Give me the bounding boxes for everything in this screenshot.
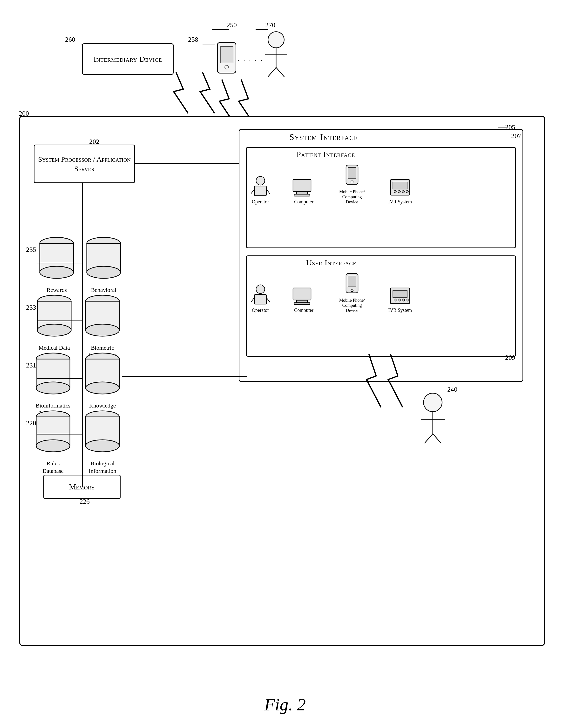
svg-point-17 [398, 190, 400, 193]
knowledge-to-interface-line [122, 376, 247, 377]
biological-db-cylinder: BiologicalInformationRepository [83, 410, 122, 483]
svg-line-7 [266, 189, 270, 194]
ref-270: 270 [265, 21, 275, 29]
svg-point-35 [406, 299, 408, 301]
patient-mobile-item: Mobile Phone/ Computing Device [338, 164, 366, 204]
rules-db-cylinder: RulesDatabase [34, 410, 72, 475]
svg-line-62 [424, 434, 433, 444]
patient-operator-label: Operator [252, 199, 269, 204]
svg-point-32 [394, 299, 396, 301]
svg-line-23 [266, 297, 270, 302]
patient-interface-title: Patient Interface [297, 150, 355, 159]
svg-rect-9 [297, 192, 307, 194]
svg-point-59 [85, 440, 119, 452]
svg-line-3 [276, 67, 285, 77]
system-interface-title: System Interface [289, 132, 358, 142]
rewards-db-svg [37, 236, 76, 284]
processor-label: System Processor / Application Server [34, 154, 134, 173]
ref-226: 226 [79, 498, 90, 505]
patient-operator-svg [251, 176, 270, 198]
arrow-205 [498, 127, 508, 127]
svg-rect-31 [393, 290, 407, 297]
svg-line-6 [251, 189, 254, 194]
h-line-row4 [37, 434, 82, 435]
user-ivr-svg [389, 287, 411, 306]
patient-computer-svg [292, 178, 316, 198]
user-operator-label: Operator [252, 307, 269, 313]
person-270-head [268, 31, 285, 48]
user-mobile-item: Mobile Phone/ Computing Device [338, 272, 366, 313]
arrow-250 [212, 29, 229, 30]
ref-207: 207 [511, 132, 521, 140]
patient-ivr-label: IVR System [388, 199, 412, 204]
medical-db-svg [35, 294, 73, 342]
svg-rect-25 [297, 300, 307, 303]
proc-down-vert [82, 183, 83, 193]
rules-db-label: RulesDatabase [34, 460, 72, 475]
person-270 [260, 31, 292, 77]
user-ivr-item: IVR System [388, 287, 412, 313]
svg-point-16 [394, 190, 396, 193]
knowledge-db-svg [83, 352, 122, 400]
ref-235: 235 [26, 246, 36, 253]
user-operator-item: Operator [251, 284, 270, 313]
bioinformatics-db-svg [34, 352, 72, 400]
h-line-row1 [37, 263, 82, 263]
patient-ivr-item: IVR System [388, 178, 412, 204]
knowledge-db-cylinder: KnowledgeBase [83, 352, 122, 417]
user-icons-row: Operator Computer Mobile Phone/ Computin… [251, 272, 412, 313]
svg-line-22 [251, 297, 254, 302]
biological-db-svg [83, 410, 122, 458]
patient-mobile-svg [344, 164, 360, 188]
user-computer-svg [292, 287, 316, 306]
ref-233: 233 [26, 303, 36, 311]
user-computer-label: Computer [294, 307, 313, 313]
svg-point-18 [402, 190, 404, 193]
svg-line-63 [433, 434, 441, 444]
processor-to-db-vert-line [82, 183, 83, 487]
svg-point-19 [406, 190, 408, 193]
svg-point-44 [37, 324, 71, 336]
mobile-screen [220, 46, 233, 63]
svg-rect-28 [348, 276, 356, 287]
svg-rect-10 [294, 194, 310, 196]
user-ivr-label: IVR System [388, 307, 412, 313]
patient-computer-label: Computer [294, 199, 313, 204]
svg-point-50 [36, 382, 70, 394]
user-interface-title: User Interface [306, 258, 356, 267]
user-computer-item: Computer [292, 287, 316, 313]
svg-point-53 [85, 382, 119, 394]
ref-258: 258 [188, 36, 198, 43]
svg-rect-8 [293, 179, 311, 191]
dotted-line-mobile-person: · · · · · [238, 57, 264, 64]
lightning-bottom [357, 352, 429, 412]
svg-point-33 [398, 299, 400, 301]
ref-202: 202 [89, 138, 99, 145]
processor-to-interface-line [135, 163, 244, 164]
patient-mobile-label: Mobile Phone/ Computing Device [338, 189, 366, 204]
svg-rect-26 [294, 303, 310, 304]
person-240-body-svg [415, 412, 451, 444]
intermediary-device-box: Intermediary Device [82, 43, 174, 75]
user-mobile-svg [344, 272, 360, 296]
ref-240: 240 [447, 386, 458, 393]
rewards-db-cylinder: Rewards Database [37, 236, 76, 301]
arrow-270 [256, 29, 268, 30]
patient-computer-item: Computer [292, 178, 316, 204]
svg-rect-24 [293, 288, 311, 300]
fig-caption: Fig. 2 [264, 695, 306, 715]
svg-point-56 [36, 440, 70, 452]
h-line-row2 [37, 320, 82, 321]
diagram: 260 Intermediary Device 258 250 270 · · … [0, 0, 570, 728]
svg-rect-15 [393, 182, 407, 189]
processor-box: System Processor / Application Server [34, 145, 135, 183]
ref-250: 250 [227, 21, 237, 29]
svg-point-38 [40, 266, 73, 278]
svg-point-4 [256, 176, 265, 185]
svg-point-47 [85, 324, 119, 336]
mobile-button [225, 65, 229, 69]
ref-200: 200 [19, 110, 29, 117]
user-mobile-label: Mobile Phone/ Computing Device [338, 298, 366, 313]
ref-209: 209 [505, 354, 515, 361]
patient-operator-item: Operator [251, 176, 270, 204]
